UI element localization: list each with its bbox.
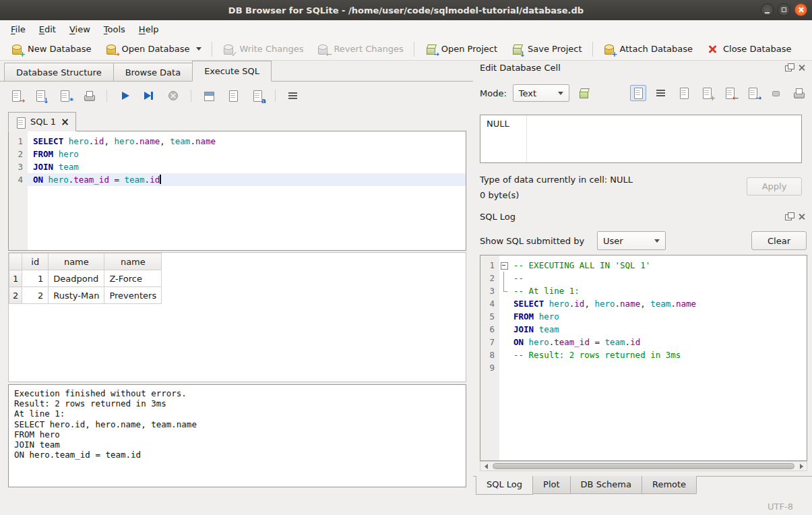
bottom-tab-bar: SQL LogPlotDB SchemaRemote bbox=[476, 476, 696, 495]
column-header-name-1[interactable]: name bbox=[49, 253, 104, 270]
line-number: 1 bbox=[480, 259, 499, 272]
word-wrap-icon bbox=[287, 90, 299, 102]
menu-edit[interactable]: Edit bbox=[32, 22, 63, 37]
encoding-status: UTF-8 bbox=[768, 502, 793, 512]
toolbar-label: Open Database bbox=[122, 44, 190, 54]
edit-cell-toolbar: Mode: Text +←→ bbox=[480, 83, 807, 103]
export-icon: → bbox=[747, 87, 759, 99]
export-results-button[interactable] bbox=[201, 88, 217, 104]
clear-log-button[interactable]: Clear bbox=[751, 231, 807, 250]
close-log-panel-icon[interactable] bbox=[797, 212, 807, 221]
print-button[interactable] bbox=[790, 85, 807, 101]
word-wrap-button[interactable] bbox=[285, 88, 301, 104]
cell-editor[interactable]: NULL bbox=[480, 115, 802, 163]
close-database-button[interactable]: Close Database bbox=[699, 40, 799, 59]
cell[interactable]: Rusty-Man bbox=[49, 287, 104, 304]
column-header-name-2[interactable]: name bbox=[104, 253, 162, 270]
float-panel-icon[interactable] bbox=[784, 63, 794, 72]
text-mode-button[interactable] bbox=[630, 85, 646, 101]
set-null-button[interactable] bbox=[768, 85, 784, 101]
table-row: 22Rusty-ManPreventers bbox=[9, 287, 162, 304]
line-number: 3 bbox=[9, 160, 28, 173]
auto-switch-mode-button[interactable] bbox=[575, 85, 592, 101]
save-sql-file-icon: ↓ bbox=[34, 90, 46, 102]
submitter-select[interactable]: User bbox=[597, 231, 666, 250]
line-number: 6 bbox=[480, 323, 499, 336]
menu-tools[interactable]: Tools bbox=[97, 22, 132, 37]
bottom-tab-plot[interactable]: Plot bbox=[532, 476, 571, 494]
revert-changes-icon: ← bbox=[317, 43, 329, 55]
apply-button[interactable]: Apply bbox=[747, 177, 802, 195]
menu-file[interactable]: File bbox=[4, 22, 32, 37]
open-sql-file-button[interactable]: → bbox=[8, 88, 24, 104]
menu-view[interactable]: View bbox=[63, 22, 97, 37]
float-log-panel-icon[interactable] bbox=[784, 212, 794, 221]
cell[interactable]: Deadpond bbox=[49, 270, 104, 287]
new-database-button[interactable]: +New Database bbox=[4, 40, 98, 59]
open-database-button[interactable]: →Open Database bbox=[98, 40, 209, 59]
status-bar: UTF-8 bbox=[0, 497, 812, 515]
scroll-right-button[interactable] bbox=[796, 462, 807, 471]
arrow-right-icon bbox=[800, 464, 803, 469]
scrollbar-thumb[interactable] bbox=[493, 463, 794, 469]
write-changes-button[interactable]: ✓Write Changes bbox=[216, 40, 310, 59]
write-changes-icon: ✓ bbox=[222, 43, 235, 55]
maximize-button[interactable] bbox=[778, 3, 790, 16]
tab-browse-data[interactable]: Browse Data bbox=[113, 63, 193, 82]
title-bar[interactable]: DB Browser for SQLite - /home/user/code/… bbox=[0, 0, 812, 20]
tab-execute-sql[interactable]: Execute SQL bbox=[192, 61, 272, 82]
minimize-button[interactable] bbox=[761, 3, 774, 16]
sql-log-view[interactable]: 1-- EXECUTING ALL IN 'SQL 1'2--3-- At li… bbox=[480, 255, 807, 461]
copy-button[interactable] bbox=[676, 85, 692, 101]
sql-tab[interactable]: SQL 1 × bbox=[8, 112, 76, 131]
execute-current-line-button[interactable] bbox=[141, 88, 157, 104]
bottom-tab-sql-log[interactable]: SQL Log bbox=[476, 476, 533, 495]
print-sql-button[interactable] bbox=[81, 88, 97, 104]
revert-changes-button[interactable]: ←Revert Changes bbox=[310, 40, 410, 59]
fold-marker-icon[interactable] bbox=[499, 259, 508, 272]
sql-editor[interactable]: 1SELECT hero.id, hero.name, team.name2FR… bbox=[8, 131, 466, 251]
cell[interactable]: Z-Force bbox=[104, 270, 162, 287]
open-project-icon: → bbox=[425, 43, 437, 55]
format-sql-icon: a bbox=[251, 90, 263, 102]
mode-select[interactable]: Text bbox=[513, 84, 569, 102]
corner-header[interactable] bbox=[9, 253, 22, 270]
cell[interactable]: Preventers bbox=[104, 287, 162, 304]
save-sql-file-button[interactable]: ↓ bbox=[32, 88, 49, 104]
paste-button[interactable]: + bbox=[699, 85, 715, 101]
bottom-tab-remote[interactable]: Remote bbox=[642, 476, 697, 494]
cell[interactable]: 2 bbox=[22, 287, 49, 304]
open-project-button[interactable]: →Open Project bbox=[418, 40, 504, 59]
attach-database-button[interactable]: +Attach Database bbox=[596, 40, 699, 59]
edit-cell-header: Edit Database Cell bbox=[480, 63, 808, 76]
scroll-left-button[interactable] bbox=[480, 462, 491, 471]
import-button[interactable]: ← bbox=[722, 85, 738, 101]
horizontal-scrollbar[interactable] bbox=[480, 461, 807, 471]
word-wrap-button[interactable] bbox=[653, 85, 669, 101]
bottom-tab-db-schema[interactable]: DB Schema bbox=[570, 476, 642, 494]
new-sql-tab-button[interactable] bbox=[225, 88, 241, 104]
open-database-icon: → bbox=[105, 43, 117, 55]
save-project-button[interactable]: ↓Save Project bbox=[504, 40, 589, 59]
row-header[interactable]: 1 bbox=[9, 270, 22, 287]
cell[interactable]: 1 bbox=[22, 270, 49, 287]
tab-database-structure[interactable]: Database Structure bbox=[4, 63, 114, 82]
execute-all-button[interactable] bbox=[117, 88, 133, 104]
row-header[interactable]: 2 bbox=[9, 287, 22, 304]
line-number: 7 bbox=[480, 336, 499, 349]
close-sql-tab-icon[interactable]: × bbox=[61, 117, 69, 127]
stop-button[interactable] bbox=[165, 88, 181, 104]
attach-database-icon: + bbox=[603, 43, 615, 55]
fold-column bbox=[499, 310, 508, 323]
export-button[interactable]: → bbox=[745, 85, 761, 101]
toolbar-label: Save Project bbox=[528, 44, 582, 54]
line-number: 4 bbox=[480, 297, 499, 310]
menu-help[interactable]: Help bbox=[132, 22, 166, 37]
minimize-icon bbox=[765, 12, 770, 13]
close-panel-icon[interactable] bbox=[797, 63, 807, 72]
format-sql-button[interactable]: a bbox=[249, 88, 266, 104]
column-header-id-0[interactable]: id bbox=[22, 253, 49, 270]
close-window-button[interactable] bbox=[794, 3, 807, 16]
save-sql-as-button[interactable]: * bbox=[57, 88, 73, 104]
fold-column bbox=[499, 272, 508, 284]
